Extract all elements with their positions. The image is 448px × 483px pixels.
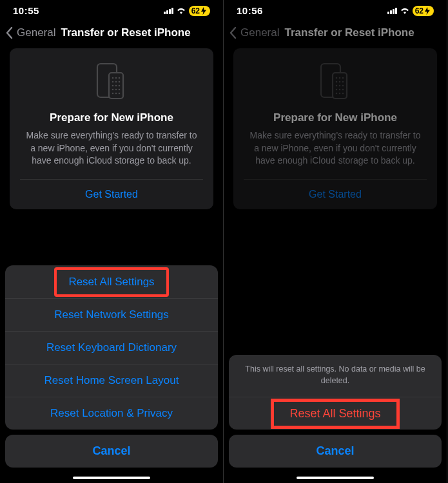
reset-home-screen-layout-option[interactable]: Reset Home Screen Layout xyxy=(5,364,218,397)
svg-point-32 xyxy=(339,93,341,95)
svg-point-11 xyxy=(112,89,114,91)
cellular-icon xyxy=(387,8,397,14)
reset-action-sheet: Reset All Settings Reset Network Setting… xyxy=(0,265,223,483)
svg-point-21 xyxy=(342,77,344,79)
status-bar: 10:56 62 xyxy=(224,0,447,19)
prepare-card: Prepare for New iPhone Make sure everyth… xyxy=(10,48,213,209)
svg-point-19 xyxy=(336,77,338,79)
svg-point-23 xyxy=(339,81,341,83)
get-started-link[interactable]: Get Started xyxy=(20,180,203,209)
right-screenshot: 10:56 62 General Transfer or Reset iPhon… xyxy=(224,0,447,483)
nav-back-label[interactable]: General xyxy=(240,26,279,39)
nav-title: Transfer or Reset iPhone xyxy=(61,26,190,39)
battery-indicator: 62 xyxy=(189,6,210,16)
prepare-card-desc: Make sure everything's ready to transfer… xyxy=(20,129,203,179)
cellular-icon xyxy=(164,8,173,14)
svg-point-20 xyxy=(339,77,341,79)
reset-location-privacy-option[interactable]: Reset Location & Privacy xyxy=(5,397,218,430)
svg-point-5 xyxy=(112,81,114,83)
battery-percent: 62 xyxy=(191,6,200,15)
svg-point-10 xyxy=(119,85,121,87)
svg-point-16 xyxy=(119,93,121,95)
reset-keyboard-dictionary-option[interactable]: Reset Keyboard Dictionary xyxy=(5,331,218,364)
phone-transfer-icon xyxy=(20,62,203,102)
cancel-button[interactable]: Cancel xyxy=(5,435,218,468)
svg-point-2 xyxy=(112,77,114,79)
nav-title: Transfer or Reset iPhone xyxy=(284,26,414,39)
svg-point-30 xyxy=(342,89,344,91)
svg-point-33 xyxy=(342,93,344,95)
prepare-card-desc: Make sure everything's ready to transfer… xyxy=(244,129,427,179)
battery-indicator: 62 xyxy=(413,6,434,16)
svg-point-13 xyxy=(119,89,121,91)
confirm-message: This will reset all settings. No data or… xyxy=(229,355,442,397)
svg-point-7 xyxy=(119,81,121,83)
svg-point-9 xyxy=(115,85,117,87)
status-bar: 10:55 62 xyxy=(0,0,223,19)
svg-point-31 xyxy=(336,93,338,95)
svg-point-27 xyxy=(342,85,344,87)
confirm-action-sheet: This will reset all settings. No data or… xyxy=(224,355,447,483)
home-indicator[interactable] xyxy=(297,477,374,479)
back-chevron-icon[interactable] xyxy=(229,26,238,39)
confirm-reset-all-settings-button[interactable]: Reset All Settings xyxy=(229,397,442,430)
svg-point-22 xyxy=(336,81,338,83)
left-screenshot: 10:55 62 General Transfer or Reset iPhon… xyxy=(0,0,224,483)
prepare-card: Prepare for New iPhone Make sure everyth… xyxy=(233,48,437,209)
svg-point-12 xyxy=(115,89,117,91)
svg-point-6 xyxy=(115,81,117,83)
status-right: 62 xyxy=(164,6,210,16)
prepare-card-title: Prepare for New iPhone xyxy=(244,111,427,124)
reset-all-settings-option[interactable]: Reset All Settings xyxy=(5,265,218,298)
nav-back-label[interactable]: General xyxy=(17,26,55,39)
status-right: 62 xyxy=(387,6,434,16)
nav-header: General Transfer or Reset iPhone xyxy=(224,19,447,48)
prepare-card-title: Prepare for New iPhone xyxy=(20,111,203,124)
svg-point-26 xyxy=(339,85,341,87)
svg-point-29 xyxy=(339,89,341,91)
wifi-icon xyxy=(176,7,186,15)
svg-point-24 xyxy=(342,81,344,83)
phone-transfer-icon xyxy=(244,62,427,102)
svg-point-8 xyxy=(112,85,114,87)
home-indicator[interactable] xyxy=(73,477,150,479)
nav-header: General Transfer or Reset iPhone xyxy=(0,19,223,48)
svg-point-28 xyxy=(336,89,338,91)
status-time: 10:55 xyxy=(13,5,39,16)
svg-point-4 xyxy=(119,77,121,79)
back-chevron-icon[interactable] xyxy=(5,26,14,39)
cancel-button[interactable]: Cancel xyxy=(229,435,442,468)
reset-network-settings-option[interactable]: Reset Network Settings xyxy=(5,298,218,331)
wifi-icon xyxy=(400,7,410,15)
svg-point-14 xyxy=(112,93,114,95)
battery-percent: 62 xyxy=(415,6,424,15)
svg-point-3 xyxy=(115,77,117,79)
get-started-link[interactable]: Get Started xyxy=(244,180,427,209)
status-time: 10:56 xyxy=(237,5,263,16)
svg-point-15 xyxy=(115,93,117,95)
svg-point-25 xyxy=(336,85,338,87)
